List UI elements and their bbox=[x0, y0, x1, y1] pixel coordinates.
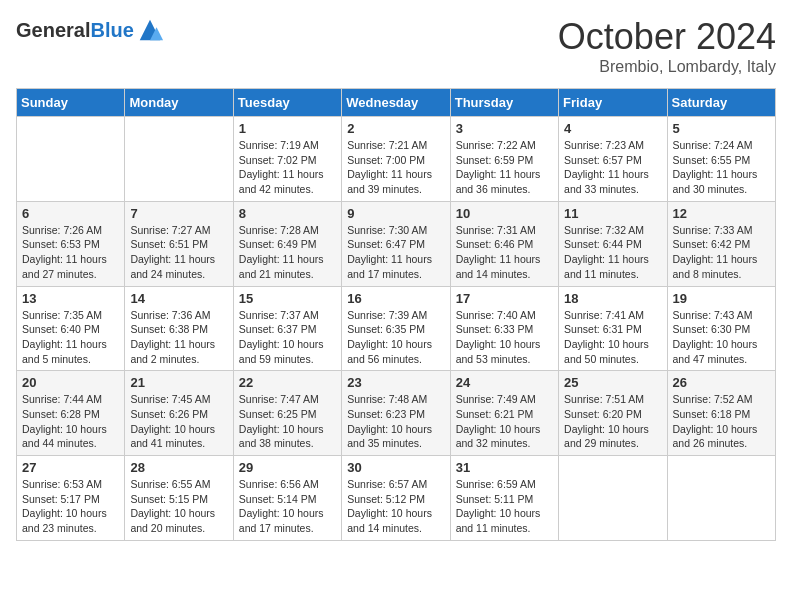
calendar-cell: 2Sunrise: 7:21 AM Sunset: 7:00 PM Daylig… bbox=[342, 117, 450, 202]
day-number: 17 bbox=[456, 291, 553, 306]
day-info: Sunrise: 7:40 AM Sunset: 6:33 PM Dayligh… bbox=[456, 308, 553, 367]
day-number: 25 bbox=[564, 375, 661, 390]
day-info: Sunrise: 6:59 AM Sunset: 5:11 PM Dayligh… bbox=[456, 477, 553, 536]
calendar-cell: 10Sunrise: 7:31 AM Sunset: 6:46 PM Dayli… bbox=[450, 201, 558, 286]
day-info: Sunrise: 7:37 AM Sunset: 6:37 PM Dayligh… bbox=[239, 308, 336, 367]
calendar-cell: 15Sunrise: 7:37 AM Sunset: 6:37 PM Dayli… bbox=[233, 286, 341, 371]
day-info: Sunrise: 7:24 AM Sunset: 6:55 PM Dayligh… bbox=[673, 138, 770, 197]
day-number: 27 bbox=[22, 460, 119, 475]
day-number: 31 bbox=[456, 460, 553, 475]
day-number: 16 bbox=[347, 291, 444, 306]
day-info: Sunrise: 7:22 AM Sunset: 6:59 PM Dayligh… bbox=[456, 138, 553, 197]
day-number: 2 bbox=[347, 121, 444, 136]
month-title: October 2024 bbox=[558, 16, 776, 58]
calendar-cell: 12Sunrise: 7:33 AM Sunset: 6:42 PM Dayli… bbox=[667, 201, 775, 286]
day-number: 14 bbox=[130, 291, 227, 306]
header-thursday: Thursday bbox=[450, 89, 558, 117]
header-sunday: Sunday bbox=[17, 89, 125, 117]
day-number: 18 bbox=[564, 291, 661, 306]
calendar-table: SundayMondayTuesdayWednesdayThursdayFrid… bbox=[16, 88, 776, 541]
day-info: Sunrise: 7:49 AM Sunset: 6:21 PM Dayligh… bbox=[456, 392, 553, 451]
calendar-cell: 19Sunrise: 7:43 AM Sunset: 6:30 PM Dayli… bbox=[667, 286, 775, 371]
calendar-cell: 13Sunrise: 7:35 AM Sunset: 6:40 PM Dayli… bbox=[17, 286, 125, 371]
day-number: 6 bbox=[22, 206, 119, 221]
calendar-cell: 5Sunrise: 7:24 AM Sunset: 6:55 PM Daylig… bbox=[667, 117, 775, 202]
day-number: 26 bbox=[673, 375, 770, 390]
day-number: 5 bbox=[673, 121, 770, 136]
calendar-cell: 17Sunrise: 7:40 AM Sunset: 6:33 PM Dayli… bbox=[450, 286, 558, 371]
calendar-week-row: 6Sunrise: 7:26 AM Sunset: 6:53 PM Daylig… bbox=[17, 201, 776, 286]
logo: GeneralBlue bbox=[16, 16, 164, 44]
day-number: 1 bbox=[239, 121, 336, 136]
day-info: Sunrise: 7:36 AM Sunset: 6:38 PM Dayligh… bbox=[130, 308, 227, 367]
calendar-week-row: 20Sunrise: 7:44 AM Sunset: 6:28 PM Dayli… bbox=[17, 371, 776, 456]
logo-general-text: General bbox=[16, 19, 90, 41]
calendar-cell: 25Sunrise: 7:51 AM Sunset: 6:20 PM Dayli… bbox=[559, 371, 667, 456]
day-info: Sunrise: 7:44 AM Sunset: 6:28 PM Dayligh… bbox=[22, 392, 119, 451]
day-info: Sunrise: 7:39 AM Sunset: 6:35 PM Dayligh… bbox=[347, 308, 444, 367]
day-info: Sunrise: 7:47 AM Sunset: 6:25 PM Dayligh… bbox=[239, 392, 336, 451]
calendar-cell: 14Sunrise: 7:36 AM Sunset: 6:38 PM Dayli… bbox=[125, 286, 233, 371]
day-info: Sunrise: 6:55 AM Sunset: 5:15 PM Dayligh… bbox=[130, 477, 227, 536]
day-info: Sunrise: 7:26 AM Sunset: 6:53 PM Dayligh… bbox=[22, 223, 119, 282]
day-number: 15 bbox=[239, 291, 336, 306]
calendar-cell: 3Sunrise: 7:22 AM Sunset: 6:59 PM Daylig… bbox=[450, 117, 558, 202]
day-info: Sunrise: 7:27 AM Sunset: 6:51 PM Dayligh… bbox=[130, 223, 227, 282]
calendar-cell: 16Sunrise: 7:39 AM Sunset: 6:35 PM Dayli… bbox=[342, 286, 450, 371]
calendar-cell: 30Sunrise: 6:57 AM Sunset: 5:12 PM Dayli… bbox=[342, 456, 450, 541]
calendar-cell: 11Sunrise: 7:32 AM Sunset: 6:44 PM Dayli… bbox=[559, 201, 667, 286]
day-info: Sunrise: 7:23 AM Sunset: 6:57 PM Dayligh… bbox=[564, 138, 661, 197]
day-info: Sunrise: 7:48 AM Sunset: 6:23 PM Dayligh… bbox=[347, 392, 444, 451]
day-number: 9 bbox=[347, 206, 444, 221]
day-info: Sunrise: 7:21 AM Sunset: 7:00 PM Dayligh… bbox=[347, 138, 444, 197]
calendar-cell: 26Sunrise: 7:52 AM Sunset: 6:18 PM Dayli… bbox=[667, 371, 775, 456]
day-number: 29 bbox=[239, 460, 336, 475]
day-number: 13 bbox=[22, 291, 119, 306]
day-info: Sunrise: 7:43 AM Sunset: 6:30 PM Dayligh… bbox=[673, 308, 770, 367]
calendar-cell: 27Sunrise: 6:53 AM Sunset: 5:17 PM Dayli… bbox=[17, 456, 125, 541]
location: Brembio, Lombardy, Italy bbox=[558, 58, 776, 76]
day-number: 8 bbox=[239, 206, 336, 221]
day-number: 24 bbox=[456, 375, 553, 390]
calendar-cell: 28Sunrise: 6:55 AM Sunset: 5:15 PM Dayli… bbox=[125, 456, 233, 541]
day-info: Sunrise: 7:51 AM Sunset: 6:20 PM Dayligh… bbox=[564, 392, 661, 451]
day-info: Sunrise: 7:33 AM Sunset: 6:42 PM Dayligh… bbox=[673, 223, 770, 282]
day-number: 3 bbox=[456, 121, 553, 136]
calendar-cell: 22Sunrise: 7:47 AM Sunset: 6:25 PM Dayli… bbox=[233, 371, 341, 456]
day-number: 19 bbox=[673, 291, 770, 306]
logo-blue-text: Blue bbox=[90, 19, 133, 41]
calendar-cell: 31Sunrise: 6:59 AM Sunset: 5:11 PM Dayli… bbox=[450, 456, 558, 541]
calendar-cell: 7Sunrise: 7:27 AM Sunset: 6:51 PM Daylig… bbox=[125, 201, 233, 286]
calendar-week-row: 13Sunrise: 7:35 AM Sunset: 6:40 PM Dayli… bbox=[17, 286, 776, 371]
calendar-week-row: 27Sunrise: 6:53 AM Sunset: 5:17 PM Dayli… bbox=[17, 456, 776, 541]
calendar-cell bbox=[667, 456, 775, 541]
day-info: Sunrise: 7:28 AM Sunset: 6:49 PM Dayligh… bbox=[239, 223, 336, 282]
day-number: 23 bbox=[347, 375, 444, 390]
header-friday: Friday bbox=[559, 89, 667, 117]
calendar-cell: 23Sunrise: 7:48 AM Sunset: 6:23 PM Dayli… bbox=[342, 371, 450, 456]
calendar-header-row: SundayMondayTuesdayWednesdayThursdayFrid… bbox=[17, 89, 776, 117]
day-number: 21 bbox=[130, 375, 227, 390]
day-info: Sunrise: 7:45 AM Sunset: 6:26 PM Dayligh… bbox=[130, 392, 227, 451]
day-info: Sunrise: 7:41 AM Sunset: 6:31 PM Dayligh… bbox=[564, 308, 661, 367]
day-info: Sunrise: 7:35 AM Sunset: 6:40 PM Dayligh… bbox=[22, 308, 119, 367]
calendar-cell: 9Sunrise: 7:30 AM Sunset: 6:47 PM Daylig… bbox=[342, 201, 450, 286]
day-info: Sunrise: 7:32 AM Sunset: 6:44 PM Dayligh… bbox=[564, 223, 661, 282]
calendar-cell: 6Sunrise: 7:26 AM Sunset: 6:53 PM Daylig… bbox=[17, 201, 125, 286]
calendar-cell: 18Sunrise: 7:41 AM Sunset: 6:31 PM Dayli… bbox=[559, 286, 667, 371]
page-header: GeneralBlue October 2024 Brembio, Lombar… bbox=[16, 16, 776, 76]
calendar-cell: 24Sunrise: 7:49 AM Sunset: 6:21 PM Dayli… bbox=[450, 371, 558, 456]
day-number: 22 bbox=[239, 375, 336, 390]
header-wednesday: Wednesday bbox=[342, 89, 450, 117]
day-number: 20 bbox=[22, 375, 119, 390]
day-number: 10 bbox=[456, 206, 553, 221]
calendar-cell: 29Sunrise: 6:56 AM Sunset: 5:14 PM Dayli… bbox=[233, 456, 341, 541]
title-block: October 2024 Brembio, Lombardy, Italy bbox=[558, 16, 776, 76]
calendar-cell bbox=[125, 117, 233, 202]
day-info: Sunrise: 6:56 AM Sunset: 5:14 PM Dayligh… bbox=[239, 477, 336, 536]
day-number: 11 bbox=[564, 206, 661, 221]
day-info: Sunrise: 6:53 AM Sunset: 5:17 PM Dayligh… bbox=[22, 477, 119, 536]
day-info: Sunrise: 7:19 AM Sunset: 7:02 PM Dayligh… bbox=[239, 138, 336, 197]
day-number: 28 bbox=[130, 460, 227, 475]
day-info: Sunrise: 7:52 AM Sunset: 6:18 PM Dayligh… bbox=[673, 392, 770, 451]
